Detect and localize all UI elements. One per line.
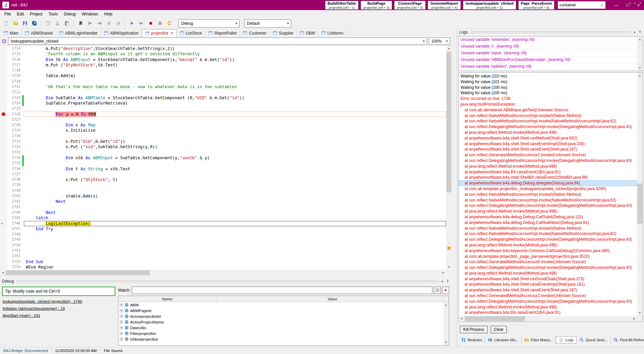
log-line[interactable]: at sun.reflect.DelegatingMethodAccessorI… xyxy=(459,265,637,271)
tab-list-icon[interactable]: ▼ xyxy=(639,1,642,5)
code-text[interactable]: #End Region xyxy=(24,264,446,270)
pin-icon[interactable] xyxy=(446,279,450,283)
tab-main[interactable]: Main xyxy=(1,29,22,37)
debug-panel-header[interactable]: Debug ▾ xyxy=(0,278,452,285)
scroll-up-icon[interactable]: ▲ xyxy=(443,302,449,308)
log-line[interactable]: at anywheresoftware.b4a.shell.Shell.rais… xyxy=(459,146,637,152)
run-button[interactable] xyxy=(127,19,136,28)
call-stack-link[interactable]: AppStart (main) : 191 xyxy=(3,313,82,318)
code-text[interactable]: m.Put ("QtyNotStock",tb.Text) xyxy=(24,62,446,68)
sub-navigation-select[interactable]: lookuppartsupdate_clicked ▼ xyxy=(8,38,427,45)
code-text[interactable]: Next xyxy=(24,199,446,204)
warning-line[interactable]: Unused variable 'rqdefect'. (warning #9) xyxy=(459,63,637,70)
editor-horizontal-scrollbar[interactable]: ◄ ► xyxy=(0,270,446,276)
uncomment-button[interactable] xyxy=(114,19,122,28)
scroll-down-icon[interactable]: ▼ xyxy=(446,264,452,270)
watch-row[interactable]: Filterprojectlist xyxy=(118,331,443,336)
logs-panel-header[interactable]: Logs ▾ xyxy=(457,29,644,36)
pin-icon[interactable] xyxy=(638,30,642,34)
code-text[interactable]: End Try xyxy=(24,226,446,232)
code-text[interactable] xyxy=(24,79,446,84)
tab-dbm[interactable]: DBM xyxy=(297,29,318,37)
watch-list-icon[interactable] xyxy=(434,287,441,294)
code-text[interactable]: m.Put("description",StockSearchTable.Get… xyxy=(24,46,446,51)
log-line[interactable]: at anywheresoftware.b4a.shell.ShellBA.ra… xyxy=(459,175,637,180)
code-text[interactable] xyxy=(24,243,446,248)
code-text[interactable]: s.Put ("QtyStock", t) xyxy=(24,177,446,182)
quick-button-buildothertable[interactable]: BuildOtherTableprojectlist (ctrl + 1) xyxy=(325,1,359,10)
code-text[interactable] xyxy=(24,106,446,111)
comment-button[interactable] xyxy=(104,19,113,28)
scroll-right-icon[interactable]: ► xyxy=(631,316,637,321)
warning-line[interactable]: Unused variable 'value'. (warning #9) xyxy=(459,50,637,57)
code-text[interactable]: Dim tb As ABMInput = StockSearchTable.Ge… xyxy=(24,57,446,62)
tab-abmloginhandler[interactable]: ABMLoginHandler xyxy=(56,29,101,37)
code-text[interactable] xyxy=(24,248,446,253)
copy-button[interactable] xyxy=(44,19,52,28)
code-text[interactable]: s.Put ("sid",SubTable.GetString(y,0)) xyxy=(24,144,446,150)
code-text[interactable]: s.Initialize xyxy=(24,128,446,133)
editor-vertical-scrollbar[interactable]: ▲ ▼ xyxy=(446,46,452,270)
chevron-down-icon[interactable]: ▾ xyxy=(634,31,635,34)
scroll-left-icon[interactable]: ◄ xyxy=(0,270,6,276)
code-text[interactable]: Catch xyxy=(24,215,446,221)
log-line[interactable]: at anywheresoftware.b4a.shell.Shell.rais… xyxy=(459,282,637,287)
quick-button-generatereport[interactable]: GenerateReportprojectlist (ctrl + 4) xyxy=(428,1,461,10)
code-text[interactable] xyxy=(24,117,446,122)
watch-delete-icon[interactable]: × xyxy=(442,287,449,294)
panel-tab-files-mana[interactable]: Files Mana... xyxy=(522,336,556,344)
tab-abmshared[interactable]: ABMShared xyxy=(22,29,56,37)
menu-debug[interactable]: Debug xyxy=(61,10,78,18)
scroll-left-icon[interactable]: ◄ xyxy=(459,316,465,321)
log-line[interactable]: at java.lang.reflect.Method.invoke(Metho… xyxy=(459,209,637,214)
tab-abmapplication[interactable]: ABMApplication xyxy=(101,29,142,37)
code-text[interactable] xyxy=(24,172,446,177)
code-text[interactable]: Dim t As String = stb.Text xyxy=(24,166,446,172)
vertical-splitter[interactable] xyxy=(452,29,457,347)
bookmark-marker[interactable] xyxy=(447,247,450,250)
log-line-selected[interactable]: at anywheresoftware.b4a.debug.Debug.dele… xyxy=(459,180,637,186)
log-line[interactable]: at anywheresoftware.b4a.shell.Shell.runM… xyxy=(459,135,637,141)
horizontal-splitter[interactable] xyxy=(0,276,452,278)
code-area[interactable]: 1714 m.Put("description",StockSearchTabl… xyxy=(0,46,446,270)
build-mode-select[interactable]: Debug ▼ xyxy=(178,19,239,27)
scroll-up-icon[interactable]: ▲ xyxy=(637,37,643,42)
quick-button-lookuppartsupdate_clicked[interactable]: lookuppartsupdate_clickedprojectlist (ct… xyxy=(463,1,516,10)
log-line[interactable]: Waiting for value (100 ms) xyxy=(459,90,637,96)
log-line[interactable]: at anywheresoftware.b4a.debug.Debug.Call… xyxy=(459,214,637,220)
scrollbar-thumb[interactable] xyxy=(465,316,525,321)
watch-row[interactable]: IsNewprojectlist xyxy=(118,336,443,342)
menu-project[interactable]: Project xyxy=(27,10,45,18)
call-stack-link[interactable]: Initialize (abmcachescavenger) : 10 xyxy=(3,306,82,311)
log-line[interactable]: at java.lang.reflect.Method.invoke(Metho… xyxy=(459,242,637,248)
log-line[interactable]: at sun.reflect.DelegatingMethodAccessorI… xyxy=(459,299,637,304)
indent-button[interactable] xyxy=(95,19,104,28)
log-line[interactable]: at java.lang.reflect.Method.invoke(Metho… xyxy=(459,130,637,135)
watch-row[interactable]: DateUtils xyxy=(118,325,443,331)
code-text[interactable]: Dim SubTable As ABMTable = StockSearchTa… xyxy=(24,95,446,101)
quick-button-buildpage[interactable]: BuildPageprojectlist (ctrl + 2) xyxy=(361,1,392,10)
bookmark-button[interactable] xyxy=(76,19,85,28)
quick-search-input[interactable] xyxy=(559,3,600,7)
save-all-button[interactable] xyxy=(30,19,39,28)
warnings-scrollbar[interactable]: ▲ ▼ xyxy=(637,37,643,71)
tab-listitems[interactable]: ListItems xyxy=(318,29,347,37)
menu-button[interactable] xyxy=(156,19,164,28)
refresh-button[interactable] xyxy=(165,19,174,28)
cut-button[interactable] xyxy=(53,19,62,28)
watch-row[interactable]: Activeprojectlistid xyxy=(118,313,443,319)
tab-reportpallet[interactable]: ReportPallet xyxy=(205,29,240,37)
code-text[interactable] xyxy=(24,150,446,155)
log-line[interactable]: at sun.reflect.NativeMethodAccessorImpl.… xyxy=(459,113,637,119)
log-line[interactable]: at sun.reflect.GeneratedMethodAccessor8.… xyxy=(459,259,637,265)
code-text[interactable]: End Sub xyxy=(24,259,446,264)
tab-liststock[interactable]: ListStock xyxy=(177,29,206,37)
log-line[interactable]: java.lang.NullPointerException xyxy=(459,102,637,107)
scroll-down-icon[interactable]: ▼ xyxy=(637,65,643,71)
quick-button-page_parseevent[interactable]: Page_ParseEventprojectlist (ctrl + 6) xyxy=(518,1,554,10)
code-text[interactable] xyxy=(24,232,446,237)
quick-button-connectpage[interactable]: ConnectPageprojectlist (ctrl + 3) xyxy=(394,1,426,10)
code-text[interactable] xyxy=(24,68,446,73)
logs-vertical-scrollbar[interactable]: ▲ ▼ xyxy=(637,73,643,316)
code-text[interactable] xyxy=(24,253,446,259)
